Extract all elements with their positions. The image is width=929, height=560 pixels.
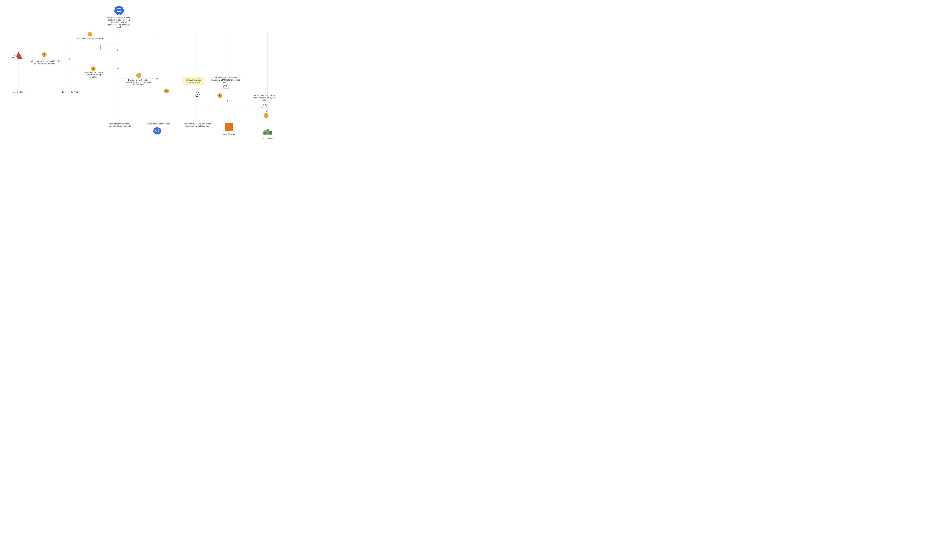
svg-rect-5 xyxy=(117,11,118,12)
label-kcp: Kubernetes Control Plane xyxy=(145,122,171,125)
diagram-canvas: cm configmap: Configure node-problem-det… xyxy=(0,0,279,147)
svg-point-17 xyxy=(158,130,159,130)
step1-number: 1 xyxy=(88,32,92,37)
configmap-description: configmap: Configure node-problem-detect… xyxy=(107,16,131,28)
sticky-note-prometheus: periodically check prometheus metrics pu… xyxy=(183,77,204,85)
arrow-step1-back xyxy=(100,50,119,50)
arrow-step4 xyxy=(119,78,158,79)
step5-number: 5 xyxy=(164,89,169,93)
svg-rect-27 xyxy=(264,132,266,135)
label-cw: Cloud Watch xyxy=(261,138,274,140)
svg-rect-3 xyxy=(117,10,118,11)
autoscaling-icon xyxy=(225,123,233,131)
svg-rect-31 xyxy=(267,129,268,130)
step2-label: produce log message matching the pattern… xyxy=(28,60,62,64)
svg-rect-6 xyxy=(118,11,121,12)
step2-number: 2 xyxy=(42,52,46,57)
svg-rect-29 xyxy=(269,131,271,135)
hardhat-icon-step7 xyxy=(261,104,268,108)
svg-point-13 xyxy=(197,94,198,95)
svg-point-18 xyxy=(158,131,158,132)
cloudwatch-icon xyxy=(262,126,273,136)
svg-rect-1 xyxy=(117,8,118,9)
step3-number: 3 xyxy=(91,66,95,71)
step7-label: publish metric about the condition (enab… xyxy=(250,94,278,101)
cm-badge-label: cm xyxy=(114,14,124,15)
step6-label: set-health-status unhealthy (enabled via… xyxy=(210,77,240,83)
step3-label: Notification about the error from kmsg w… xyxy=(83,71,104,78)
svg-rect-8 xyxy=(197,91,198,92)
arrow-step1-down xyxy=(100,44,101,50)
svg-point-19 xyxy=(156,131,156,132)
step7-number: 7 xyxy=(264,113,268,118)
hardhat-icon-step6 xyxy=(222,85,229,89)
label-neuron-driver: neuron-driver xyxy=(10,91,27,93)
svg-point-22 xyxy=(229,127,229,127)
svg-point-20 xyxy=(155,130,156,130)
step4-number: 4 xyxy=(136,73,141,78)
step1-label: watch kmsg for neuron error xyxy=(76,38,104,40)
step6-number: 6 xyxy=(218,93,222,98)
lifeline-asg xyxy=(229,32,229,121)
arrow-step1-out xyxy=(100,44,119,45)
stopwatch-icon xyxy=(194,91,200,97)
api-badge-label: api xyxy=(153,133,161,135)
label-asg: Auto Scaling xyxy=(222,133,236,135)
svg-marker-14 xyxy=(153,127,161,134)
k8s-api-icon: api xyxy=(153,127,161,135)
label-remedy: remedy script (also part of the node-pro… xyxy=(181,122,214,127)
svg-point-16 xyxy=(157,129,158,129)
step4-label: Publish NodeCondition NeuronError to con… xyxy=(126,79,152,86)
configmap-icon: cm xyxy=(114,5,124,15)
svg-rect-30 xyxy=(264,130,265,132)
svg-rect-2 xyxy=(118,8,121,9)
lifeline-kmsg xyxy=(71,38,71,89)
label-npd: node-problem-detector -DaemonSet on the … xyxy=(106,122,134,127)
lifeline-remedy xyxy=(197,32,197,121)
svg-rect-28 xyxy=(266,130,270,135)
lifeline-npd xyxy=(119,18,119,121)
svg-rect-4 xyxy=(118,10,121,11)
label-kmsg: kmsg on the Node xyxy=(60,91,82,93)
